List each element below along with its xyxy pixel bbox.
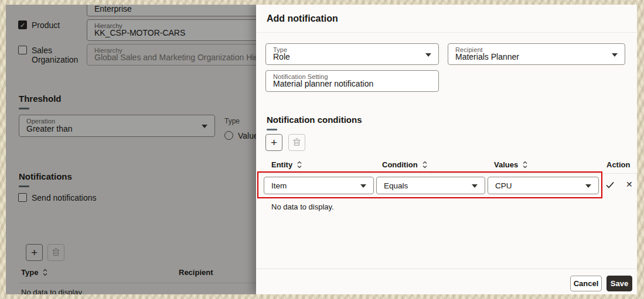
chevron-down-icon	[585, 184, 591, 188]
conditions-col-action-label: Action	[606, 160, 630, 169]
delete-condition-button[interactable]	[288, 134, 305, 151]
conditions-header-divider	[256, 173, 637, 174]
add-condition-button[interactable]: +	[265, 134, 282, 151]
trash-icon	[293, 136, 301, 149]
entity-select-value: Item	[271, 181, 287, 190]
conditions-section-title: Notification conditions	[267, 115, 362, 125]
recipient-dropdown-value: Materials Planner	[455, 52, 519, 61]
chevron-down-icon	[425, 53, 431, 57]
conditions-empty-text: No data to display.	[271, 202, 334, 211]
sort-icon[interactable]	[422, 161, 428, 169]
condition-select-value: Equals	[384, 181, 408, 190]
recipient-dropdown[interactable]: Recipient Materials Planner	[448, 43, 625, 65]
conditions-col-values-label: Values	[494, 160, 518, 169]
modal-scrim	[6, 5, 256, 294]
drawer-header-divider	[256, 32, 637, 33]
conditions-col-condition[interactable]: Condition	[382, 160, 428, 169]
drawer-title: Add notification	[267, 13, 338, 24]
add-notification-drawer: Add notification Type Role Recipient Mat…	[256, 5, 637, 294]
type-dropdown[interactable]: Type Role	[265, 43, 439, 65]
close-x-icon[interactable]: ✕	[626, 180, 633, 189]
save-button[interactable]: Save	[606, 276, 632, 291]
conditions-accent-bar	[267, 129, 277, 130]
values-select-value: CPU	[495, 181, 512, 190]
values-select[interactable]: CPU	[488, 177, 599, 194]
chevron-down-icon	[612, 53, 618, 57]
conditions-col-values[interactable]: Values	[494, 160, 528, 169]
type-dropdown-value: Role	[273, 52, 290, 61]
conditions-col-entity[interactable]: Entity	[271, 160, 302, 169]
confirm-check-icon[interactable]	[605, 181, 615, 191]
conditions-col-action: Action	[606, 160, 630, 169]
sort-icon[interactable]	[522, 161, 528, 169]
chevron-down-icon	[360, 184, 366, 188]
chevron-down-icon	[472, 184, 478, 188]
conditions-col-entity-label: Entity	[271, 160, 292, 169]
conditions-col-condition-label: Condition	[382, 160, 418, 169]
condition-select[interactable]: Equals	[376, 177, 485, 194]
sort-icon[interactable]	[297, 161, 302, 169]
app-window: Enterprise ✓ Product Hierarchy KK_CSP-MO…	[6, 5, 637, 294]
entity-select[interactable]: Item	[264, 177, 374, 194]
cancel-button[interactable]: Cancel	[570, 276, 602, 291]
notification-setting-field[interactable]: Notification Setting Material planner no…	[265, 70, 439, 92]
drawer-footer-divider	[256, 269, 637, 269]
notification-setting-value: Material planner notification	[273, 79, 373, 88]
